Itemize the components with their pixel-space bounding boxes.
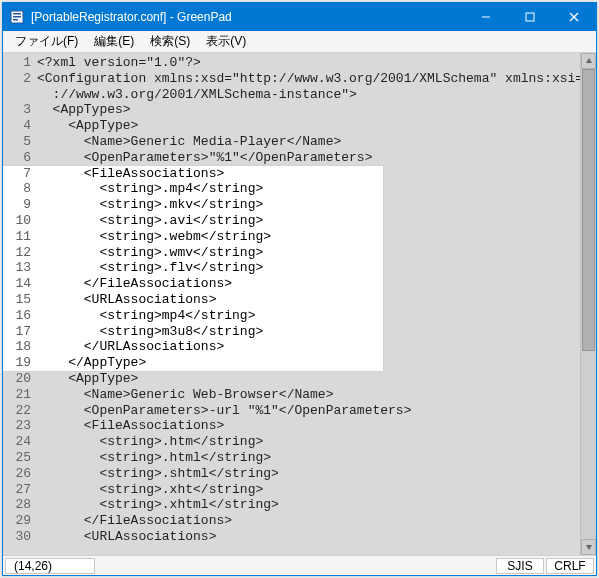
code-line[interactable]: </AppType> xyxy=(37,355,580,371)
code-line[interactable]: <string>m3u8</string> xyxy=(37,324,580,340)
status-eol[interactable]: CRLF xyxy=(546,558,594,574)
menu-file[interactable]: ファイル(F) xyxy=(7,31,86,52)
code-line[interactable]: <Name>Generic Web-Browser</Name> xyxy=(37,387,580,403)
code-line[interactable]: <FileAssociations> xyxy=(37,166,580,182)
line-number xyxy=(3,87,31,103)
menu-search[interactable]: 検索(S) xyxy=(142,31,198,52)
svg-rect-5 xyxy=(526,13,534,21)
line-number: 8 xyxy=(3,181,31,197)
line-number: 4 xyxy=(3,118,31,134)
vertical-scrollbar[interactable] xyxy=(580,53,596,555)
scroll-up-button[interactable] xyxy=(581,53,596,69)
code-line[interactable]: <string>.html</string> xyxy=(37,450,580,466)
line-number: 1 xyxy=(3,55,31,71)
line-number: 26 xyxy=(3,466,31,482)
maximize-button[interactable] xyxy=(508,3,552,31)
svg-marker-8 xyxy=(586,58,592,63)
svg-marker-9 xyxy=(586,545,592,550)
svg-rect-3 xyxy=(13,19,18,21)
line-number: 21 xyxy=(3,387,31,403)
line-number: 23 xyxy=(3,418,31,434)
line-number: 7 xyxy=(3,166,31,182)
line-number: 22 xyxy=(3,403,31,419)
line-number: 2 xyxy=(3,71,31,87)
code-line[interactable]: <string>.shtml</string> xyxy=(37,466,580,482)
editor-area: 1234567891011121314151617181920212223242… xyxy=(3,53,596,555)
code-line[interactable]: <URLAssociations> xyxy=(37,292,580,308)
code-line[interactable]: <string>mp4</string> xyxy=(37,308,580,324)
line-number: 12 xyxy=(3,245,31,261)
app-icon xyxy=(9,9,25,25)
code-line[interactable]: <string>.xhtml</string> xyxy=(37,497,580,513)
code-line[interactable]: <string>.xht</string> xyxy=(37,482,580,498)
line-number-gutter: 1234567891011121314151617181920212223242… xyxy=(3,55,37,555)
code-content[interactable]: <?xml version="1.0"?><Configuration xmln… xyxy=(37,55,580,555)
line-number: 5 xyxy=(3,134,31,150)
menubar: ファイル(F) 編集(E) 検索(S) 表示(V) xyxy=(3,31,596,53)
code-line[interactable]: <string>.htm</string> xyxy=(37,434,580,450)
status-cursor-pos: (14,26) xyxy=(5,558,95,574)
text-editor[interactable]: 1234567891011121314151617181920212223242… xyxy=(3,53,580,555)
code-line[interactable]: <OpenParameters>-url "%1"</OpenParameter… xyxy=(37,403,580,419)
code-line[interactable]: <URLAssociations> xyxy=(37,529,580,545)
line-number: 20 xyxy=(3,371,31,387)
scroll-thumb[interactable] xyxy=(582,69,595,351)
app-window: [PortableRegistrator.conf] - GreenPad ファ… xyxy=(2,2,597,576)
code-line[interactable]: <Name>Generic Media-Player</Name> xyxy=(37,134,580,150)
code-line[interactable]: <string>.wmv</string> xyxy=(37,245,580,261)
line-number: 11 xyxy=(3,229,31,245)
titlebar[interactable]: [PortableRegistrator.conf] - GreenPad xyxy=(3,3,596,31)
scroll-track[interactable] xyxy=(581,69,596,539)
svg-rect-2 xyxy=(13,16,21,18)
line-number: 17 xyxy=(3,324,31,340)
line-number: 27 xyxy=(3,482,31,498)
code-line[interactable]: <string>.flv</string> xyxy=(37,260,580,276)
line-number: 15 xyxy=(3,292,31,308)
status-encoding[interactable]: SJIS xyxy=(496,558,544,574)
code-line[interactable]: <Configuration xmlns:xsd="http://www.w3.… xyxy=(37,71,580,87)
line-number: 29 xyxy=(3,513,31,529)
line-number: 30 xyxy=(3,529,31,545)
code-line[interactable]: <string>.mkv</string> xyxy=(37,197,580,213)
line-number: 3 xyxy=(3,102,31,118)
code-line[interactable]: </URLAssociations> xyxy=(37,339,580,355)
line-number: 25 xyxy=(3,450,31,466)
svg-rect-1 xyxy=(13,13,21,15)
line-number: 28 xyxy=(3,497,31,513)
line-number: 19 xyxy=(3,355,31,371)
code-line[interactable]: <AppType> xyxy=(37,371,580,387)
code-line[interactable]: </FileAssociations> xyxy=(37,513,580,529)
menu-edit[interactable]: 編集(E) xyxy=(86,31,142,52)
code-line[interactable]: <FileAssociations> xyxy=(37,418,580,434)
code-line[interactable]: <string>.avi</string> xyxy=(37,213,580,229)
statusbar: (14,26) SJIS CRLF xyxy=(3,555,596,575)
line-number: 6 xyxy=(3,150,31,166)
code-line[interactable]: </FileAssociations> xyxy=(37,276,580,292)
code-line[interactable]: <OpenParameters>"%1"</OpenParameters> xyxy=(37,150,580,166)
code-line[interactable]: <AppTypes> xyxy=(37,102,580,118)
line-number: 10 xyxy=(3,213,31,229)
menu-view[interactable]: 表示(V) xyxy=(198,31,254,52)
line-number: 24 xyxy=(3,434,31,450)
code-line[interactable]: <?xml version="1.0"?> xyxy=(37,55,580,71)
code-line[interactable]: <AppType> xyxy=(37,118,580,134)
scroll-down-button[interactable] xyxy=(581,539,596,555)
window-title: [PortableRegistrator.conf] - GreenPad xyxy=(31,10,464,24)
code-line[interactable]: <string>.webm</string> xyxy=(37,229,580,245)
code-line[interactable]: <string>.mp4</string> xyxy=(37,181,580,197)
line-number: 18 xyxy=(3,339,31,355)
line-number: 13 xyxy=(3,260,31,276)
close-button[interactable] xyxy=(552,3,596,31)
line-number: 16 xyxy=(3,308,31,324)
minimize-button[interactable] xyxy=(464,3,508,31)
code-line[interactable]: ://www.w3.org/2001/XMLSchema-instance"> xyxy=(37,87,580,103)
line-number: 14 xyxy=(3,276,31,292)
line-number: 9 xyxy=(3,197,31,213)
